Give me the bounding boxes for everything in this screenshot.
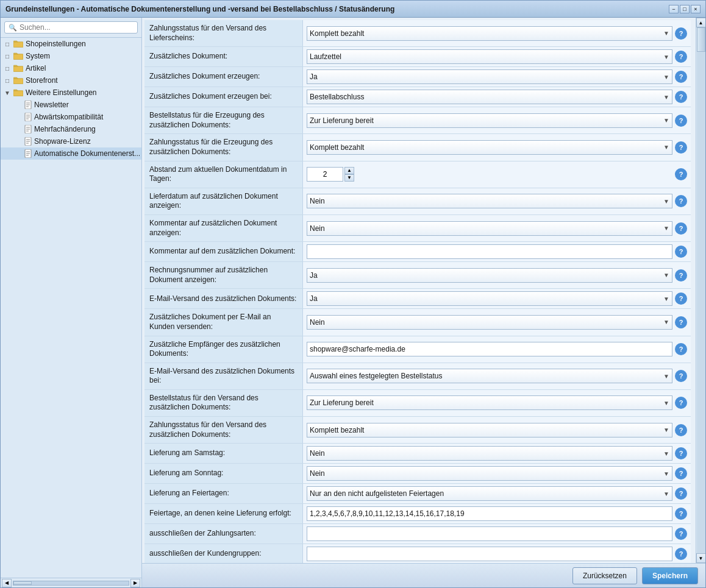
sidebar-item-mehrfachaenderung[interactable]: Mehrfachänderung xyxy=(1,123,141,135)
help-button-rechnungsnummer-zusaetzliches-dokument[interactable]: ? xyxy=(675,269,687,282)
content-area: Zahlungsstatus für den Versand des Liefe… xyxy=(142,18,705,587)
number-input-abstand-dokumentdatum[interactable] xyxy=(307,167,343,182)
select-kommentar-zusaetzliches-dokument[interactable]: Nein▼ xyxy=(307,221,672,236)
text-input-feiertage-keine-lieferung[interactable] xyxy=(307,506,672,521)
select-arrow-rechnungsnummer-zusaetzliches-dokument: ▼ xyxy=(663,272,669,278)
folder-icon xyxy=(13,52,24,60)
text-input-ausschliessen-zahlungsarten[interactable] xyxy=(307,526,672,541)
form-control-lieferdatum-zusaetzliches-dokument: Nein▼? xyxy=(303,188,691,214)
sidebar-item-storefront[interactable]: □ Storefront xyxy=(1,74,141,87)
spin-down-abstand-dokumentdatum[interactable]: ▼ xyxy=(344,174,354,182)
sidebar-item-abwaertskompatibilitaet[interactable]: Abwärtskompatibilität xyxy=(1,111,141,123)
select-email-versand-zusaetzliches-dokument-bei[interactable]: Auswahl eines festgelegten Bestellstatus… xyxy=(307,369,672,383)
select-zusaetzliches-dokument-email-kunden[interactable]: Nein▼ xyxy=(307,315,672,330)
form-label-lieferung-samstag: Lieferung am Samstag: xyxy=(144,444,303,463)
select-zahlungsstatus-versand-lieferschein[interactable]: Komplett bezahlt▼ xyxy=(307,26,672,41)
select-arrow-lieferdatum-zusaetzliches-dokument: ▼ xyxy=(663,198,669,205)
form-row: Zusätzliches Dokument erzeugen:Ja▼? xyxy=(144,67,691,87)
select-zahlungsstatus-versand-zusaetzliches-dokument[interactable]: Komplett bezahlt▼ xyxy=(307,423,672,437)
form-row: Abstand zum aktuellen Dokumentdatum in T… xyxy=(144,161,691,188)
text-input-ausschliessen-kundengruppen[interactable] xyxy=(307,547,672,561)
save-button[interactable]: Speichern xyxy=(642,567,698,584)
form-control-zusaetzliches-dokument-erzeugen-bei: Bestellabschluss▼? xyxy=(303,87,691,107)
window-title: Grundeinstellungen - Automatische Dokume… xyxy=(5,5,394,13)
sidebar-item-weitere-einstellungen[interactable]: ▼ Weitere Einstellungen xyxy=(1,87,141,99)
help-button-ausschliessen-kundengruppen[interactable]: ? xyxy=(675,548,687,560)
help-button-zusaetzliches-dokument-erzeugen-bei[interactable]: ? xyxy=(675,91,687,103)
close-button[interactable]: × xyxy=(691,5,701,13)
select-value-kommentar-zusaetzliches-dokument: Nein xyxy=(310,224,325,233)
select-bestellstatus-erzeugung-zusaetzliches-dokument[interactable]: Zur Lieferung bereit▼ xyxy=(307,113,672,128)
sidebar-item-label: Artikel xyxy=(26,64,46,73)
select-rechnungsnummer-zusaetzliches-dokument[interactable]: Ja▼ xyxy=(307,268,672,283)
select-lieferdatum-zusaetzliches-dokument[interactable]: Nein▼ xyxy=(307,194,672,208)
scroll-right-button[interactable]: ▶ xyxy=(130,579,140,587)
sidebar-item-label: Newsletter xyxy=(34,101,69,109)
sidebar-item-shopware-lizenz[interactable]: Shopware-Lizenz xyxy=(1,135,141,147)
spin-up-abstand-dokumentdatum[interactable]: ▲ xyxy=(344,167,354,174)
select-zusaetzliches-dokument-erzeugen[interactable]: Ja▼ xyxy=(307,69,672,84)
select-zahlungsstatus-erzeugung-zusaetzliches-dokument[interactable]: Komplett bezahlt▼ xyxy=(307,140,672,155)
page-icon xyxy=(24,113,32,121)
scroll-v-thumb xyxy=(697,27,705,52)
help-button-zusaetzliches-dokument-email-kunden[interactable]: ? xyxy=(675,316,687,328)
help-button-feiertage-keine-lieferung[interactable]: ? xyxy=(675,508,687,520)
select-lieferung-sonntag[interactable]: Nein▼ xyxy=(307,466,672,481)
help-button-lieferdatum-zusaetzliches-dokument[interactable]: ? xyxy=(675,195,687,207)
help-button-zusaetzliches-dokument-erzeugen[interactable]: ? xyxy=(675,71,687,83)
select-zusaetzliches-dokument[interactable]: Laufzettel▼ xyxy=(307,49,672,64)
help-button-lieferung-feiertagen[interactable]: ? xyxy=(675,487,687,500)
help-button-zusaetzliches-dokument[interactable]: ? xyxy=(675,51,687,63)
help-button-kommentar-auf-zusaetzlichem-dokument[interactable]: ? xyxy=(675,246,687,258)
scroll-down-button[interactable]: ▼ xyxy=(696,553,706,563)
select-arrow-bestellstatus-versand-zusaetzliches-dokument: ▼ xyxy=(663,400,669,406)
expand-icon: □ xyxy=(3,64,12,73)
help-button-kommentar-zusaetzliches-dokument[interactable]: ? xyxy=(675,222,687,235)
scroll-up-button[interactable]: ▲ xyxy=(696,18,706,27)
form-row: Lieferdatum auf zusätzlichen Dokument an… xyxy=(144,188,691,215)
form-label-lieferung-feiertagen: Lieferung an Feiertagen: xyxy=(144,484,303,503)
help-button-bestellstatus-erzeugung-zusaetzliches-dokument[interactable]: ? xyxy=(675,115,687,127)
help-button-lieferung-sonntag[interactable]: ? xyxy=(675,467,687,480)
form-row: Bestellstatus für die Erzeugung des zusä… xyxy=(144,107,691,134)
help-button-lieferung-samstag[interactable]: ? xyxy=(675,447,687,459)
text-input-kommentar-auf-zusaetzlichem-dokument[interactable] xyxy=(307,244,672,259)
select-lieferung-feiertagen[interactable]: Nur an den nicht aufgelisteten Feiertage… xyxy=(307,486,672,501)
select-arrow-zusaetzliches-dokument-erzeugen-bei: ▼ xyxy=(663,94,669,101)
select-bestellstatus-versand-zusaetzliches-dokument[interactable]: Zur Lieferung bereit▼ xyxy=(307,395,672,410)
help-button-email-versand-zusaetzliches-dokument[interactable]: ? xyxy=(675,292,687,305)
help-button-zusaetzliche-empfaenger-dokument[interactable]: ? xyxy=(675,343,687,355)
help-button-zahlungsstatus-versand-zusaetzliches-dokument[interactable]: ? xyxy=(675,424,687,436)
sidebar-item-label: Abwärtskompatibilität xyxy=(34,113,103,121)
help-button-email-versand-zusaetzliches-dokument-bei[interactable]: ? xyxy=(675,370,687,382)
sidebar-item-system[interactable]: □ System xyxy=(1,50,141,62)
select-zusaetzliches-dokument-erzeugen-bei[interactable]: Bestellabschluss▼ xyxy=(307,90,672,104)
text-input-zusaetzliche-empfaenger-dokument[interactable] xyxy=(307,342,672,356)
minimize-button[interactable]: − xyxy=(669,5,679,13)
help-button-ausschliessen-zahlungsarten[interactable]: ? xyxy=(675,528,687,540)
sidebar: 🔍 □ Shopeinstellungen xyxy=(1,18,142,587)
form-row: Zusätzliche Empfänger des zusätzlichen D… xyxy=(144,336,691,363)
sidebar-item-newsletter[interactable]: Newsletter xyxy=(1,99,141,111)
restore-button[interactable]: □ xyxy=(680,5,690,13)
help-button-zahlungsstatus-versand-lieferschein[interactable]: ? xyxy=(675,27,687,40)
sidebar-item-artikel[interactable]: □ Artikel xyxy=(1,62,141,74)
form-label-bestellstatus-versand-zusaetzliches-dokument: Bestellstatus für den Versand des zusätz… xyxy=(144,390,303,416)
sidebar-item-automatische-dokumentenerst[interactable]: Automatische Dokumentenerst... xyxy=(1,147,141,160)
select-lieferung-samstag[interactable]: Nein▼ xyxy=(307,446,672,461)
select-email-versand-zusaetzliches-dokument[interactable]: Ja▼ xyxy=(307,291,672,306)
select-value-bestellstatus-erzeugung-zusaetzliches-dokument: Zur Lieferung bereit xyxy=(310,116,374,125)
number-wrap-abstand-dokumentdatum: ▲▼ xyxy=(307,167,672,182)
scroll-left-button[interactable]: ◀ xyxy=(2,579,12,587)
select-value-lieferung-feiertagen: Nur an den nicht aufgelisteten Feiertage… xyxy=(310,489,444,498)
form-label-zusaetzliches-dokument: Zusätzliches Dokument: xyxy=(144,47,303,66)
reset-button[interactable]: Zurücksetzen xyxy=(572,567,637,584)
search-input[interactable] xyxy=(20,23,134,32)
sidebar-item-shopeinstellungen[interactable]: □ Shopeinstellungen xyxy=(1,38,141,50)
sidebar-item-label: System xyxy=(26,52,50,60)
help-button-zahlungsstatus-erzeugung-zusaetzliches-dokument[interactable]: ? xyxy=(675,141,687,154)
form-row: Rechnungsnummer auf zusätzlichen Dokumen… xyxy=(144,262,691,289)
help-button-bestellstatus-versand-zusaetzliches-dokument[interactable]: ? xyxy=(675,397,687,409)
select-value-zahlungsstatus-versand-lieferschein: Komplett bezahlt xyxy=(310,29,364,38)
help-button-abstand-dokumentdatum[interactable]: ? xyxy=(675,168,687,180)
